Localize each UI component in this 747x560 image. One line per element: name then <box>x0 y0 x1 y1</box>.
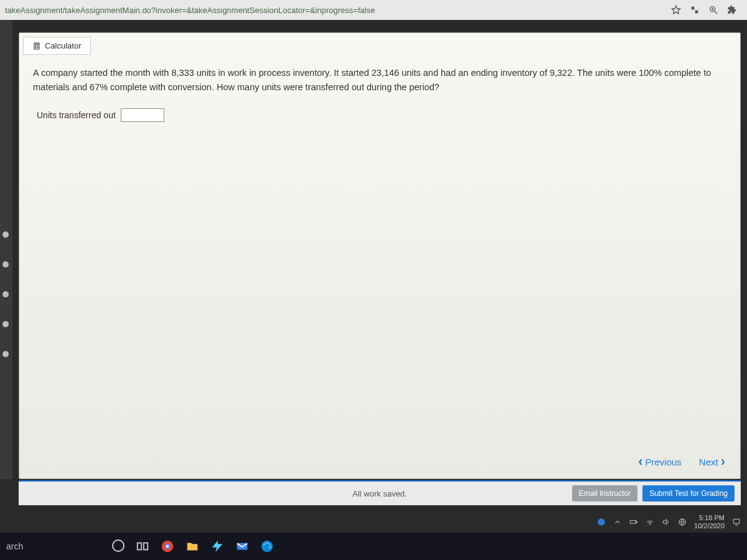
previous-button[interactable]: ‹ Previous <box>638 454 682 470</box>
save-status: All work saved. <box>352 489 406 498</box>
browser-action-icons <box>671 5 742 15</box>
volume-icon[interactable] <box>662 518 670 526</box>
mail-icon[interactable] <box>235 539 249 553</box>
svg-marker-0 <box>672 6 680 14</box>
footer-bar: All work saved. Email Instructor Submit … <box>19 480 741 505</box>
zoom-icon[interactable] <box>708 5 718 15</box>
next-button[interactable]: Next › <box>699 454 725 470</box>
svg-rect-21 <box>144 543 148 550</box>
previous-label: Previous <box>645 457 681 467</box>
progress-dot[interactable] <box>2 321 9 327</box>
svg-rect-1 <box>692 7 695 10</box>
date-text: 10/2/2020 <box>694 522 725 530</box>
main-area: ‹ Calculator A company started the month… <box>0 20 747 560</box>
question-frame: Calculator A company started the month w… <box>19 32 741 479</box>
chevron-left-icon: ‹ <box>638 454 642 470</box>
network-icon[interactable] <box>678 518 687 526</box>
svg-marker-25 <box>212 541 223 552</box>
svg-line-4 <box>715 11 717 14</box>
footer-actions: Email Instructor Submit Test for Grading <box>572 485 735 502</box>
extension-icon[interactable] <box>690 5 700 15</box>
file-explorer-icon[interactable] <box>186 539 199 553</box>
next-label: Next <box>699 457 718 467</box>
svg-point-10 <box>37 46 38 47</box>
progress-dots <box>2 231 9 357</box>
taskbar-apps <box>112 539 274 553</box>
bolt-icon[interactable] <box>210 539 224 553</box>
svg-rect-8 <box>35 44 39 45</box>
answer-row: Units transferred out <box>37 108 740 122</box>
question-nav: ‹ Previous Next › <box>638 454 725 470</box>
svg-point-13 <box>598 518 605 526</box>
system-tray: 5:18 PM 10/2/2020 <box>597 514 741 530</box>
chrome-icon[interactable] <box>161 539 174 553</box>
wifi-icon[interactable] <box>646 518 654 526</box>
battery-icon[interactable] <box>629 518 638 526</box>
clock[interactable]: 5:18 PM 10/2/2020 <box>694 514 725 530</box>
progress-dot[interactable] <box>2 291 9 297</box>
taskbar: arch <box>0 533 747 560</box>
taskbar-search[interactable]: arch <box>6 541 100 551</box>
submit-test-button[interactable]: Submit Test for Grading <box>642 485 735 502</box>
calculator-tab[interactable]: Calculator <box>23 37 91 55</box>
browser-address-bar: takeAssignment/takeAssignmentMain.do?inv… <box>0 0 747 20</box>
progress-dot[interactable] <box>2 351 9 357</box>
calculator-tab-label: Calculator <box>45 41 82 50</box>
svg-point-11 <box>35 47 36 48</box>
svg-point-16 <box>649 524 650 525</box>
svg-rect-20 <box>138 543 141 550</box>
question-text: A company started the month with 8,333 u… <box>33 66 726 95</box>
chevron-right-icon: › <box>721 454 725 470</box>
answer-input[interactable] <box>121 108 164 122</box>
svg-point-9 <box>35 46 36 47</box>
svg-rect-19 <box>733 519 739 523</box>
progress-dot[interactable] <box>2 231 9 238</box>
svg-marker-17 <box>663 520 666 525</box>
svg-rect-2 <box>695 11 698 14</box>
notifications-icon[interactable] <box>732 518 741 526</box>
calculator-icon <box>32 42 41 50</box>
email-instructor-button[interactable]: Email Instructor <box>572 485 637 502</box>
progress-dot[interactable] <box>2 261 9 268</box>
task-view-icon[interactable] <box>136 539 149 553</box>
answer-label: Units transferred out <box>37 110 116 120</box>
puzzle-icon[interactable] <box>727 5 737 15</box>
svg-point-12 <box>37 47 38 48</box>
edge-icon[interactable] <box>260 539 274 553</box>
chevron-up-icon[interactable] <box>613 518 622 526</box>
svg-rect-14 <box>630 520 636 523</box>
security-icon[interactable] <box>597 518 606 526</box>
svg-point-24 <box>166 545 169 548</box>
svg-rect-15 <box>636 521 637 523</box>
star-icon[interactable] <box>671 5 681 15</box>
cortana-icon[interactable] <box>112 539 125 552</box>
url-text[interactable]: takeAssignment/takeAssignmentMain.do?inv… <box>5 6 671 15</box>
time-text: 5:18 PM <box>694 514 725 522</box>
